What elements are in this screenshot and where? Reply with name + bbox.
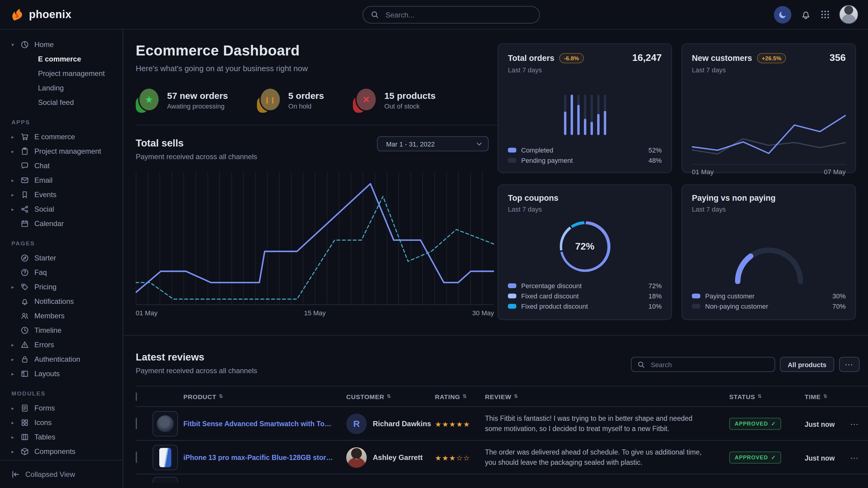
column-header-customer[interactable]: CUSTOMER⇅ — [346, 393, 435, 400]
cell-checkbox — [136, 452, 153, 463]
status-badge: APPROVED✓ — [729, 452, 781, 464]
product-thumbnail-watch[interactable] — [153, 411, 178, 436]
x-tick: 01 May — [692, 168, 714, 175]
tablecols-icon — [21, 433, 29, 441]
sidebar-item-social[interactable]: ▸Social — [0, 202, 122, 217]
apps-menu-button[interactable] — [820, 10, 830, 19]
sidebar-section-pages: PAGES — [11, 240, 122, 247]
reviews-more-button[interactable]: ··· — [839, 357, 860, 372]
dashboard-left-column: Ecommerce Dashboard Here's what's going … — [136, 29, 498, 317]
reviews-search[interactable] — [631, 357, 775, 372]
product-thumbnail-iphone[interactable] — [153, 445, 178, 470]
bar-fill — [577, 105, 579, 135]
sidebar-item-pricing[interactable]: ▸Pricing — [0, 280, 122, 294]
card-value: 356 — [830, 53, 846, 63]
sidebar-item-e-commerce[interactable]: ▸E commerce — [0, 130, 122, 144]
sort-icon: ⇅ — [757, 394, 762, 399]
sidebar-item-project-management[interactable]: ▸Project management — [0, 144, 122, 159]
column-header-review[interactable]: REVIEW⇅ — [485, 393, 729, 400]
new-customers-x-axis: 01 May 07 May — [692, 168, 846, 175]
sidebar-nav: ▾HomeE commerceProject managementLanding… — [0, 29, 122, 460]
sidebar-item-icons[interactable]: ▸Icons — [0, 415, 122, 430]
sidebar-item-starter[interactable]: Starter — [0, 251, 122, 265]
select-all-checkbox[interactable] — [136, 392, 137, 400]
sidebar-item-home[interactable]: ▾Home — [0, 37, 122, 52]
column-header-status[interactable]: STATUS⇅ — [729, 393, 805, 400]
sidebar-item-components[interactable]: ▸Components — [0, 444, 122, 459]
reviews-title: Latest reviews — [136, 352, 257, 363]
sidebar-item-tables[interactable]: ▸Tables — [0, 430, 122, 444]
date-range-picker[interactable]: Mar 1 - 31, 2022 — [377, 136, 489, 151]
sidebar-item-timeline[interactable]: Timeline — [0, 323, 122, 337]
sidebar-item-members[interactable]: Members — [0, 308, 122, 323]
bar-fill — [570, 95, 573, 135]
review-text: This Fitbit is fantastic! I was trying t… — [485, 414, 729, 434]
sidebar-item-email[interactable]: ▸Email — [0, 173, 122, 188]
row-menu-button[interactable]: ··· — [850, 421, 859, 428]
new-customers-lines — [692, 107, 846, 164]
sidebar-item-chat[interactable]: Chat — [0, 159, 122, 173]
all-products-button[interactable]: All products — [780, 357, 834, 372]
brand-logo[interactable]: phoenix — [10, 7, 71, 22]
column-header-time[interactable]: TIME⇅ — [805, 393, 850, 400]
sidebar-item-project-management[interactable]: Project management — [0, 66, 122, 81]
notifications-button[interactable] — [801, 9, 811, 20]
cell-customer: RRichard Dawkins — [346, 413, 435, 434]
legend-item-fixed-card-discount: Fixed card discount18% — [508, 291, 662, 301]
coupons-legend: Percentage discount72%Fixed card discoun… — [508, 280, 662, 311]
collapse-sidebar-button[interactable]: Collapsed View — [0, 460, 122, 488]
sidebar-item-e-commerce[interactable]: E commerce — [0, 52, 122, 66]
product-link[interactable]: iPhone 13 pro max-Pacific Blue-128GB sto… — [183, 454, 346, 461]
sidebar-item-landing[interactable]: Landing — [0, 81, 122, 95]
search-input[interactable] — [384, 10, 531, 20]
reviews-search-input[interactable] — [650, 360, 769, 369]
theme-toggle-button[interactable] — [774, 6, 792, 23]
star-icon: ★ — [138, 88, 160, 111]
brand-name: phoenix — [29, 8, 71, 21]
users-icon — [21, 312, 29, 320]
sidebar-item-errors[interactable]: ▸Errors — [0, 337, 122, 352]
product-thumbnail[interactable] — [153, 477, 178, 483]
avatar — [346, 447, 367, 467]
row-menu-button[interactable]: ··· — [850, 454, 859, 461]
sidebar-item-authentication[interactable]: ▸Authentication — [0, 352, 122, 366]
cell-status: APPROVED✓ — [729, 417, 805, 430]
sidebar-item-label: Home — [34, 40, 54, 49]
layout-icon — [21, 369, 29, 378]
sidebar-item-forms[interactable]: ▸Forms — [0, 401, 122, 415]
cell-menu: ··· — [850, 452, 868, 463]
x-tick: 15 May — [304, 309, 326, 317]
column-header-rating[interactable]: RATING⇅ — [435, 393, 485, 400]
legend-swatch — [508, 158, 516, 162]
search-icon — [638, 361, 645, 368]
tag-icon — [21, 283, 29, 291]
total-orders-card: Total orders -6.8% 16,247 Last 7 days Co… — [498, 43, 672, 173]
sidebar-item-notifications[interactable]: Notifications — [0, 294, 122, 308]
total-sells-x-axis: 01 May 15 May 30 May — [136, 309, 494, 317]
product-link[interactable]: Fitbit Sense Advanced Smartwatch with To… — [183, 420, 346, 427]
cell-checkbox — [136, 418, 153, 429]
reviews-subtitle: Payment received across all channels — [136, 366, 257, 375]
sidebar-item-label: Starter — [34, 254, 56, 262]
sidebar-item-label: Chat — [34, 162, 50, 170]
sidebar-item-events[interactable]: ▸Events — [0, 188, 122, 202]
legend-label: Fixed card discount — [521, 292, 579, 299]
cell-rating: ★★★★★ — [435, 418, 485, 429]
bookmark-icon — [21, 191, 29, 199]
bar-track — [564, 95, 566, 135]
sidebar-item-faq[interactable]: Faq — [0, 265, 122, 280]
row-checkbox[interactable] — [136, 451, 137, 463]
sidebar-item-layouts[interactable]: ▸Layouts — [0, 366, 122, 381]
legend-item-completed: Completed52% — [508, 145, 662, 155]
sidebar-item-social-feed[interactable]: Social feed — [0, 95, 122, 110]
cell-thumb — [153, 445, 183, 470]
sidebar-item-label: Components — [34, 447, 75, 456]
date-range-value: Mar 1 - 31, 2022 — [386, 140, 435, 148]
reviews-controls: All products ··· — [631, 357, 860, 372]
user-avatar[interactable] — [839, 5, 858, 24]
global-search[interactable] — [363, 6, 540, 24]
sidebar-item-calendar[interactable]: Calendar — [0, 217, 122, 231]
caret-right-icon: ▸ — [11, 342, 14, 348]
row-checkbox[interactable] — [136, 418, 137, 429]
column-header-product[interactable]: PRODUCT⇅ — [183, 393, 346, 400]
